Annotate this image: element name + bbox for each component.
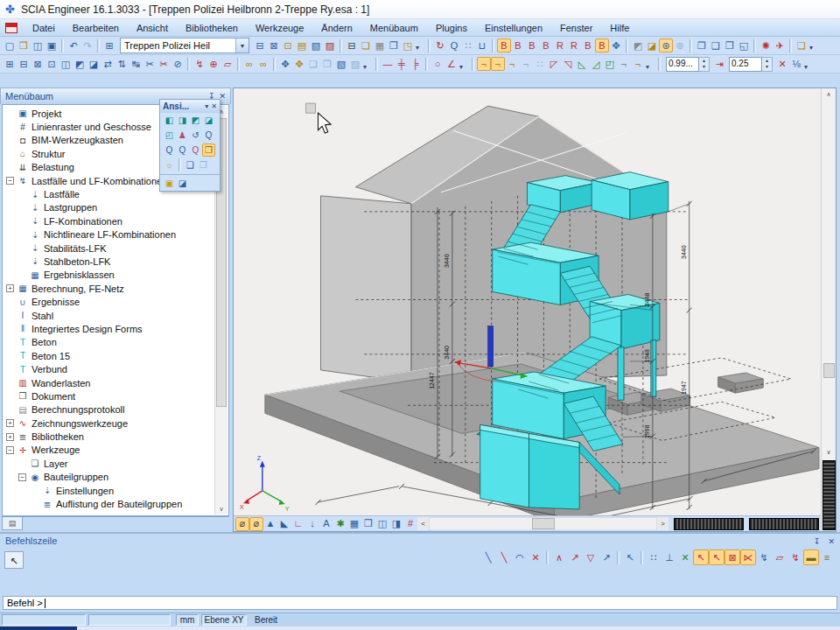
- toolbar-overflow-chevron-icon[interactable]: ▾: [809, 44, 818, 52]
- tree-item-lastgruppen[interactable]: ⇣Lastgruppen: [3, 201, 228, 214]
- perspective-box-icon[interactable]: ◪: [176, 177, 189, 190]
- load-display-scale-spinner[interactable]: 0.25▴▾: [729, 57, 773, 72]
- document-icon[interactable]: ❒: [387, 38, 401, 52]
- measure-perpendicular-icon[interactable]: ╪: [395, 57, 409, 71]
- tree-item-einstellungen[interactable]: ⇣Einstellungen: [3, 484, 228, 497]
- tree-item-dokument[interactable]: ❐Dokument: [3, 389, 228, 402]
- new-project-icon[interactable]: ▢: [3, 38, 17, 52]
- scroll-right-icon[interactable]: >: [657, 517, 668, 530]
- show-local-axes-icon[interactable]: B: [595, 38, 609, 52]
- move-node-icon[interactable]: ⊞: [3, 57, 17, 71]
- tree-item-stabilitaets-lfk[interactable]: ⇣Stabilitäts-LFK: [3, 242, 228, 255]
- tree-item-stahl[interactable]: IStahl: [3, 309, 228, 322]
- show-members-icon[interactable]: B: [511, 38, 525, 52]
- tree-item-auflistung-der-bauteilgruppen[interactable]: ≣Auflistung der Bauteilgruppen: [3, 497, 228, 510]
- measure-angle-icon[interactable]: ∠: [444, 57, 458, 71]
- snap-tangent-icon[interactable]: ↗: [598, 550, 614, 565]
- export-folder-icon[interactable]: ❏: [794, 38, 808, 52]
- tree-item-berechnung-fe-netz[interactable]: +▦Berechnung, FE-Netz: [3, 282, 228, 295]
- dropdown-arrow-icon[interactable]: ▼: [235, 38, 248, 52]
- tree-item-ergebnisklassen[interactable]: ▦Ergebnisklassen: [3, 269, 228, 282]
- expand-box-icon[interactable]: +: [6, 433, 14, 441]
- keyboard-input-icon[interactable]: ▬: [803, 550, 819, 565]
- print-view-disabled-icon[interactable]: ❒: [197, 158, 210, 172]
- tree-item-verbund[interactable]: TVerbund: [3, 362, 228, 375]
- status-plane[interactable]: Ebene XY: [201, 614, 247, 626]
- deformation-scale-down-icon[interactable]: ▾: [699, 64, 709, 71]
- visibility-glasses-2-icon[interactable]: ∞: [256, 57, 270, 71]
- load-display-scale-up-icon[interactable]: ▴: [762, 58, 772, 65]
- tree-item-layer[interactable]: ❏Layer: [3, 457, 228, 470]
- collapse-box-icon[interactable]: −: [6, 446, 14, 454]
- copy-attributes-icon[interactable]: ⊟: [253, 38, 267, 52]
- menu-plugins[interactable]: Plugins: [428, 21, 475, 35]
- tree-item-zeichnungswerkzeuge[interactable]: +∿Zeichnungswerkzeuge: [3, 416, 228, 430]
- pin-icon[interactable]: ↧: [814, 537, 821, 546]
- project-selector[interactable]: Treppen Polizei Heil ▼: [120, 38, 249, 53]
- deformation-scale-arrows[interactable]: ▴▾: [699, 57, 710, 72]
- snap-mode-intersections-icon[interactable]: ⊠: [724, 550, 740, 565]
- light-toggle-icon[interactable]: ☼: [163, 158, 176, 172]
- chevron-down-icon[interactable]: ▾: [205, 102, 208, 110]
- zoom-in-icon[interactable]: Q: [202, 129, 215, 142]
- menu-menuebaum[interactable]: Menübaum: [362, 21, 426, 35]
- project-window-icon[interactable]: ⊞: [102, 38, 116, 52]
- scale-ratio-icon[interactable]: ⅛: [789, 57, 803, 71]
- coordinates-info-icon[interactable]: ⊔: [475, 38, 489, 52]
- table-view-c-icon[interactable]: ◺: [575, 57, 589, 71]
- clipboard-3d-icon[interactable]: ▤: [295, 38, 309, 52]
- rotation-wheel-horizontal-2[interactable]: [749, 518, 819, 530]
- menu-bibliotheken[interactable]: Bibliotheken: [178, 21, 246, 35]
- clipping-box-icon[interactable]: ❐: [202, 144, 215, 157]
- table-view-f-icon[interactable]: ¬: [617, 57, 631, 71]
- image-export-icon[interactable]: ◳: [401, 38, 415, 52]
- show-loads-vp-icon[interactable]: ↓: [305, 517, 319, 531]
- tree-item-integriertes-design-forms[interactable]: ‖Integriertes Design Forms: [3, 322, 228, 335]
- snap-rotate-icon[interactable]: ↯: [756, 550, 772, 565]
- snap-endpoint-icon[interactable]: ∧: [551, 550, 567, 565]
- horizontal-scroll-track[interactable]: [429, 517, 657, 530]
- scroll-down-icon[interactable]: ∨: [822, 446, 836, 458]
- table-view-e-icon[interactable]: ◰: [603, 57, 617, 71]
- select-all-icon[interactable]: ❐: [320, 57, 334, 71]
- table-view-a-icon[interactable]: ◸: [547, 57, 561, 71]
- menu-einstellungen[interactable]: Einstellungen: [477, 21, 550, 35]
- show-labels-vp-icon[interactable]: A: [319, 517, 333, 531]
- toolbar-overflow-chevron-icon[interactable]: ▾: [416, 44, 424, 52]
- table-view-g-icon[interactable]: ¬: [631, 57, 645, 71]
- selection-cursor-button[interactable]: ↖: [4, 551, 24, 569]
- tree-scroll-down-icon[interactable]: ∨: [219, 503, 223, 514]
- menu-datei[interactable]: Datei: [24, 21, 63, 35]
- print-preview-icon[interactable]: ❏: [359, 38, 373, 52]
- array-copy-icon[interactable]: ◪: [87, 57, 101, 71]
- show-supports-vp-icon[interactable]: ∟: [291, 517, 305, 531]
- window-close-all-icon[interactable]: ◱: [737, 38, 751, 52]
- close-icon[interactable]: ✕: [211, 102, 217, 110]
- undo-icon[interactable]: ↶: [66, 38, 80, 52]
- filter-results-on-icon[interactable]: ⊛: [659, 38, 673, 52]
- stretch-icon[interactable]: ⊠: [31, 57, 45, 71]
- tab-move-icon[interactable]: ↹: [129, 57, 143, 71]
- angle-tool-icon[interactable]: ✕: [775, 57, 789, 71]
- snap-midpoint-icon[interactable]: ▽: [583, 550, 598, 565]
- window-view-1-icon[interactable]: ◫: [375, 517, 389, 531]
- dimension-lines-icon[interactable]: ▨: [323, 38, 337, 52]
- table-view-d-icon[interactable]: ◿: [589, 57, 603, 71]
- swap-horizontal-icon[interactable]: ⇄: [101, 57, 115, 71]
- calculator-icon[interactable]: ▦: [373, 38, 387, 52]
- move-center-icon[interactable]: ✥: [609, 38, 623, 52]
- show-nodes-icon[interactable]: B: [497, 38, 511, 52]
- expand-box-icon[interactable]: +: [6, 284, 14, 292]
- table-corner-4-icon[interactable]: ¬: [519, 57, 533, 71]
- rotation-wheel-vertical[interactable]: [822, 460, 836, 530]
- menu-ansicht[interactable]: Ansicht: [129, 21, 176, 35]
- view-y-icon[interactable]: ◨: [176, 114, 189, 127]
- select-by-property-icon[interactable]: ▧: [334, 57, 348, 71]
- scroll-left-icon[interactable]: <: [417, 517, 429, 530]
- plane-view-icon[interactable]: ✈: [773, 38, 787, 52]
- catalog-icon[interactable]: ⊡: [281, 38, 295, 52]
- save-project-icon[interactable]: ◫: [31, 38, 45, 52]
- tree-item-bibliotheken[interactable]: +≣Bibliotheken: [3, 430, 228, 443]
- show-labels-icon[interactable]: R: [567, 38, 581, 52]
- window-view-2-icon[interactable]: ◨: [389, 517, 403, 531]
